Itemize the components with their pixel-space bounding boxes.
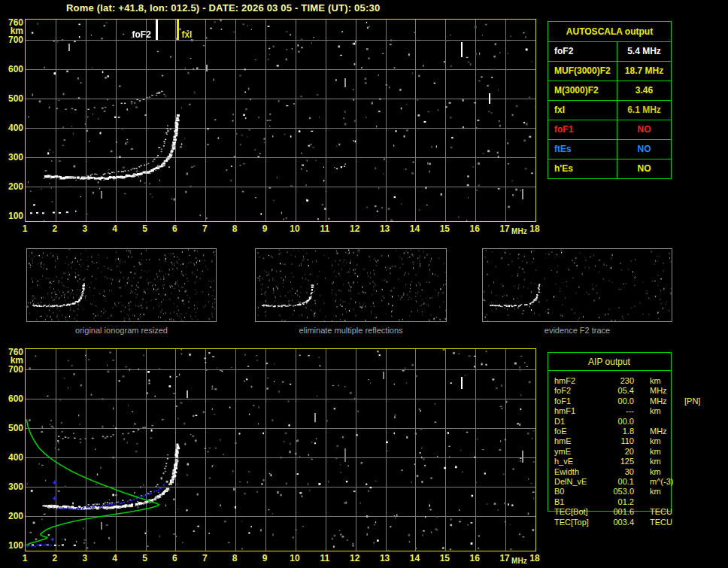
- x-tick-label: 18: [529, 553, 539, 563]
- x-tick-label: 11: [320, 223, 329, 234]
- x-tick-label: 1: [23, 223, 28, 234]
- autoscala-row-value: NO: [617, 159, 671, 178]
- y-tick-label: 100: [2, 542, 23, 550]
- x-tick-label: 2: [53, 553, 58, 563]
- autoscaled-ionogram-plot: [25, 19, 536, 222]
- y-tick-label: 200: [2, 183, 23, 191]
- aip-row-label: hmF2: [554, 376, 598, 386]
- aip-row-unit: m^(-3): [650, 477, 683, 487]
- aip-row-value: 01.2: [598, 497, 634, 507]
- thumbnail-3-box: [482, 248, 672, 322]
- x-tick-label: 10: [290, 223, 299, 234]
- autoscala-row-label: ftEs: [548, 140, 617, 159]
- autoscala-row-label: foF2: [548, 42, 617, 61]
- aip-row-value: 30: [598, 467, 634, 477]
- x-tick-label: 18: [529, 223, 539, 234]
- autoscala-row-label: h'Es: [548, 159, 617, 178]
- aip-row-value: 00.1: [598, 477, 634, 487]
- aip-row-unit: km: [650, 447, 683, 457]
- x-tick-label: 3: [82, 223, 87, 234]
- aip-row-label: hmF1: [554, 406, 598, 416]
- autoscala-table-row: foF1NO: [548, 120, 671, 139]
- y-tick-label: 300: [2, 483, 23, 491]
- station-title: Rome (lat: +41.8, lon: 012.5) - DATE: 20…: [66, 2, 380, 14]
- x-tick-label: 10: [290, 553, 299, 563]
- x-tick-label: 7: [202, 223, 208, 234]
- aip-row-label: D1: [554, 417, 598, 427]
- fof2-marker-line: [156, 20, 158, 40]
- aip-row-value: 110: [598, 436, 634, 446]
- aip-table-row: h_vE125km: [554, 457, 723, 466]
- aip-row-value: 00.0: [598, 417, 634, 427]
- autoscala-table-row: M(3000)F23.46: [548, 80, 671, 100]
- aip-row-unit: km: [650, 436, 683, 446]
- y-tick-label: 500: [2, 424, 23, 433]
- y-tick-label: 600: [2, 395, 23, 403]
- thumbnail-3-canvas: [483, 249, 672, 321]
- aip-row-unit: km: [650, 487, 683, 497]
- autoscala-row-value: 3.46: [617, 81, 671, 100]
- autoscala-row-value: NO: [617, 140, 671, 159]
- aip-row-unit: MHz: [650, 396, 683, 406]
- aip-row-label: foE: [554, 427, 598, 436]
- autoscala-row-label: MUF(3000)F2: [548, 62, 617, 80]
- autoscala-table-row: foF25.4 MHz: [548, 41, 671, 61]
- aip-row-label: hmE: [554, 436, 598, 446]
- aip-table-row: Ewidth30km: [554, 467, 723, 477]
- aip-row-value: ---: [598, 406, 634, 416]
- aip-row-label: foF2: [554, 386, 598, 396]
- aip-row-value: 230: [598, 376, 634, 386]
- aip-row-unit: km: [650, 376, 683, 386]
- aip-row-extra: [PN]: [684, 396, 700, 406]
- aip-row-value: 05.4: [598, 386, 634, 396]
- x-tick-label: 17: [499, 553, 509, 563]
- y-tick-label: 700: [2, 366, 23, 374]
- x-tick-label: 14: [410, 223, 420, 234]
- autoscala-row-value: 6.1 MHz: [617, 101, 671, 120]
- autoscala-table-row: h'EsNO: [548, 159, 671, 178]
- autoscala-row-label: fxI: [548, 101, 617, 120]
- y-axis-unit: km: [2, 27, 23, 35]
- x-tick-label: 16: [470, 223, 480, 234]
- aip-row-value: 003.4: [598, 518, 634, 527]
- x-tick-label: 13: [380, 223, 390, 234]
- autoscala-table-row: MUF(3000)F218.7 MHz: [548, 61, 671, 80]
- autoscala-table-header: AUTOSCALA output: [548, 22, 671, 41]
- fof2-marker-label: foF2: [132, 29, 150, 40]
- thumbnail-3-caption: evidence F2 trace: [482, 326, 672, 335]
- aip-table-row: foE1.8MHz: [554, 427, 723, 436]
- aip-table-row: TEC[Top]003.4TECU: [554, 518, 723, 527]
- aip-row-value: 20: [598, 447, 634, 457]
- autoscala-row-label: foF1: [548, 120, 617, 139]
- aip-row-unit: TECU: [650, 518, 683, 527]
- y-tick-label: 200: [2, 512, 23, 521]
- aip-row-unit: [650, 497, 683, 507]
- aip-row-unit: km: [650, 457, 683, 466]
- aip-table-row: hmE110km: [554, 436, 723, 446]
- y-tick-label: 400: [2, 124, 23, 132]
- x-tick-label: 11: [320, 553, 329, 563]
- x-tick-label: 12: [350, 553, 359, 563]
- aip-row-label: DelN_vE: [554, 477, 598, 487]
- aip-row-label: B0: [554, 487, 598, 497]
- y-tick-label: 300: [2, 153, 23, 162]
- aip-table-row: D100.0: [554, 417, 723, 427]
- aip-row-label: ymE: [554, 447, 598, 457]
- x-tick-label: 9: [262, 223, 268, 234]
- thumbnail-1-canvas: [27, 249, 216, 321]
- aip-row-unit: MHz: [650, 386, 683, 396]
- x-tick-label: 3: [82, 553, 87, 563]
- thumbnail-1-box: [26, 248, 217, 322]
- thumbnail-2-box: [255, 248, 447, 322]
- aip-row-value: 053.0: [598, 487, 634, 497]
- x-tick-label: 2: [53, 223, 58, 234]
- y-tick-label: 100: [2, 212, 23, 220]
- x-tick-label: 4: [112, 553, 117, 563]
- aip-row-value: 125: [598, 457, 634, 466]
- aip-row-unit: [650, 417, 683, 427]
- aip-row-unit: km: [650, 406, 683, 416]
- y-tick-label: 700: [2, 36, 23, 44]
- autoscala-row-value: 5.4 MHz: [617, 42, 671, 61]
- x-axis-unit: MHz: [511, 557, 527, 565]
- x-tick-label: 9: [262, 553, 268, 563]
